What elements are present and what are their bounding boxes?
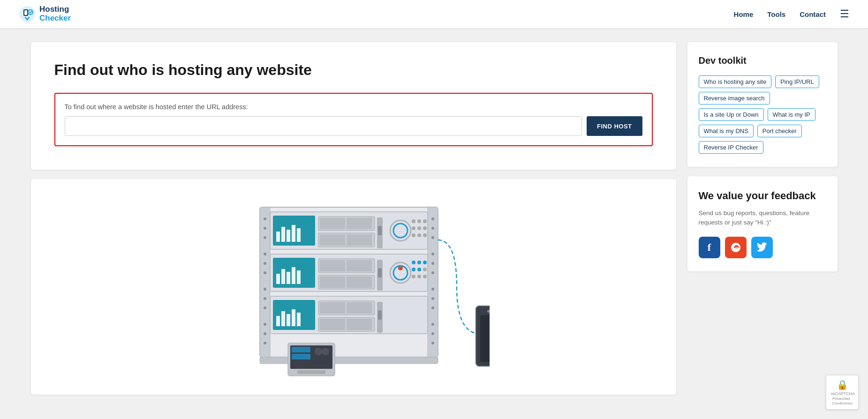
svg-point-29 xyxy=(431,332,434,335)
svg-rect-99 xyxy=(260,357,438,364)
svg-rect-45 xyxy=(378,226,382,235)
svg-rect-101 xyxy=(480,315,490,362)
svg-point-13 xyxy=(264,297,266,300)
svg-point-82 xyxy=(417,275,421,278)
tag-site-up-down[interactable]: Is a site Up or Down xyxy=(699,108,764,121)
svg-rect-43 xyxy=(347,234,372,246)
svg-rect-34 xyxy=(281,227,285,242)
svg-point-19 xyxy=(431,217,434,220)
svg-point-51 xyxy=(412,226,415,230)
svg-rect-36 xyxy=(292,225,295,242)
svg-rect-71 xyxy=(378,268,382,277)
svg-rect-66 xyxy=(347,260,372,271)
svg-rect-92 xyxy=(320,302,345,314)
svg-point-50 xyxy=(423,219,427,223)
server-illustration xyxy=(218,188,490,385)
illustration-card xyxy=(31,179,676,395)
svg-point-81 xyxy=(412,275,415,278)
sidebar: Dev toolkit Who is hosting any site Ping… xyxy=(687,42,838,395)
main-content: Find out who is hosting any website To f… xyxy=(31,42,676,395)
svg-rect-95 xyxy=(320,319,345,330)
facebook-button[interactable]: f xyxy=(699,237,720,258)
tag-port-checker[interactable]: Port checker xyxy=(757,125,802,137)
reddit-icon xyxy=(730,242,741,253)
tag-ping-ip[interactable]: Ping IP/URL xyxy=(775,75,819,88)
search-card: Find out who is hosting any website To f… xyxy=(31,42,676,170)
svg-point-80 xyxy=(423,268,427,271)
svg-point-21 xyxy=(431,236,434,239)
nav-tools[interactable]: Tools xyxy=(767,10,785,18)
logo-checker: Checker xyxy=(39,14,71,23)
svg-point-22 xyxy=(431,253,434,255)
tag-reverse-ip[interactable]: Reverse IP Checker xyxy=(699,141,763,154)
tag-what-is-my-dns[interactable]: What is my DNS xyxy=(699,125,754,137)
svg-point-83 xyxy=(423,275,427,278)
svg-point-20 xyxy=(431,227,434,230)
svg-rect-59 xyxy=(276,274,280,284)
svg-point-112 xyxy=(315,348,322,355)
facebook-icon: f xyxy=(708,241,711,254)
svg-point-55 xyxy=(417,233,421,237)
logo[interactable]: Hosting Checker xyxy=(19,5,71,22)
svg-rect-109 xyxy=(297,370,325,374)
svg-point-77 xyxy=(423,261,427,264)
svg-rect-60 xyxy=(281,269,285,284)
recaptcha-badge: 🔒 reCAPTCHA Privacidad · Condiciones xyxy=(826,375,859,410)
svg-point-12 xyxy=(264,288,266,291)
feedback-body: Send us bug reports, questions, feature … xyxy=(699,209,826,228)
recaptcha-sub: Privacidad · Condiciones xyxy=(832,397,853,405)
svg-point-30 xyxy=(431,342,434,344)
twitter-button[interactable] xyxy=(751,237,773,258)
svg-rect-96 xyxy=(347,319,372,330)
tag-reverse-image[interactable]: Reverse image search xyxy=(699,92,770,105)
svg-point-25 xyxy=(431,288,434,291)
svg-point-10 xyxy=(264,262,266,265)
nav-home[interactable]: Home xyxy=(734,10,754,18)
svg-rect-61 xyxy=(287,272,290,284)
main-nav: Home Tools Contact ☰ xyxy=(734,8,849,20)
svg-rect-37 xyxy=(297,228,301,242)
svg-point-76 xyxy=(417,261,421,264)
logo-text: Hosting Checker xyxy=(39,5,71,22)
feedback-title: We value your feedback xyxy=(699,189,826,203)
svg-rect-111 xyxy=(292,354,310,359)
svg-rect-63 xyxy=(297,270,301,284)
svg-rect-110 xyxy=(292,347,310,352)
svg-point-14 xyxy=(264,307,266,309)
find-host-button[interactable]: FIND HOST xyxy=(587,116,642,136)
svg-rect-93 xyxy=(347,302,372,314)
svg-point-23 xyxy=(431,262,434,265)
svg-rect-39 xyxy=(320,218,345,229)
svg-point-54 xyxy=(412,233,415,237)
svg-rect-2 xyxy=(24,10,27,15)
tag-what-is-my-ip[interactable]: What is my IP xyxy=(768,108,815,121)
svg-rect-89 xyxy=(292,309,295,326)
svg-point-53 xyxy=(423,226,427,230)
tag-who-hosting[interactable]: Who is hosting any site xyxy=(699,75,772,88)
page-heading: Find out who is hosting any website xyxy=(54,61,653,79)
svg-point-26 xyxy=(431,297,434,300)
site-header: Hosting Checker Home Tools Contact ☰ xyxy=(0,0,868,28)
url-input[interactable] xyxy=(65,116,582,136)
search-row: FIND HOST xyxy=(65,116,642,136)
svg-point-79 xyxy=(417,268,421,271)
hamburger-menu[interactable]: ☰ xyxy=(840,8,849,20)
logo-icon xyxy=(19,6,36,22)
svg-point-17 xyxy=(264,342,266,344)
svg-rect-42 xyxy=(320,234,345,246)
svg-point-11 xyxy=(264,271,266,274)
feedback-card: We value your feedback Send us bug repor… xyxy=(687,176,838,271)
nav-contact[interactable]: Contact xyxy=(800,10,826,18)
search-label: To find out where a website is hosted en… xyxy=(65,103,642,111)
search-box: To find out where a website is hosted en… xyxy=(54,93,653,146)
page-body: Find out who is hosting any website To f… xyxy=(12,28,856,409)
svg-point-16 xyxy=(264,332,266,335)
reddit-button[interactable] xyxy=(725,237,747,258)
svg-point-49 xyxy=(417,219,421,223)
svg-rect-87 xyxy=(281,311,285,326)
recaptcha-label: reCAPTCHA xyxy=(831,391,855,396)
svg-point-27 xyxy=(431,307,434,309)
svg-point-56 xyxy=(423,233,427,237)
social-buttons: f xyxy=(699,237,826,258)
svg-rect-88 xyxy=(287,314,290,326)
